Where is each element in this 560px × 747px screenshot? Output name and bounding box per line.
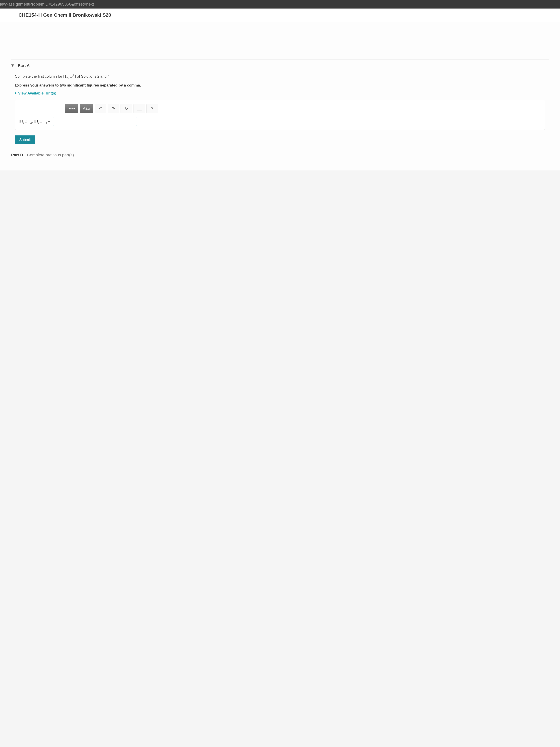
part-a-label: Part A bbox=[18, 63, 30, 68]
spacer bbox=[11, 22, 549, 59]
course-title: CHE154-H Gen Chem II Bronikowski S20 bbox=[0, 8, 560, 22]
submit-button[interactable]: Submit bbox=[15, 135, 35, 144]
answer-box: ■x√ ΑΣφ ↶ ↷ ↻ ? [H3O+]2, [H3O+]4 = bbox=[15, 100, 545, 130]
keyboard-icon bbox=[137, 107, 142, 110]
url-text: iew?assignmentProblemID=142965856&offset… bbox=[0, 2, 94, 6]
content-area: Part A Complete the first column for [H3… bbox=[0, 22, 560, 171]
answer-input[interactable] bbox=[53, 117, 137, 126]
greek-button[interactable]: ΑΣφ bbox=[80, 104, 93, 113]
keyboard-button[interactable] bbox=[134, 104, 145, 113]
templates-button[interactable]: ■x√ bbox=[65, 104, 78, 113]
templates-icon: √ bbox=[71, 106, 73, 111]
answer-label: [H3O+]2, [H3O+]4 = bbox=[19, 119, 50, 124]
help-button[interactable]: ? bbox=[146, 104, 158, 113]
part-b-text: Complete previous part(s) bbox=[27, 153, 74, 157]
address-bar: iew?assignmentProblemID=142965856&offset… bbox=[0, 0, 560, 8]
question-instruction: Express your answers to two significant … bbox=[11, 82, 549, 90]
question-suffix: of Solutions 2 and 4. bbox=[76, 74, 111, 78]
hints-label: View Available Hint(s) bbox=[18, 91, 56, 96]
answer-row: [H3O+]2, [H3O+]4 = bbox=[19, 117, 541, 126]
collapse-icon bbox=[11, 65, 14, 67]
part-b-label: Part B bbox=[11, 153, 23, 157]
expand-icon bbox=[15, 92, 17, 95]
view-hints-link[interactable]: View Available Hint(s) bbox=[11, 90, 549, 100]
reset-button[interactable]: ↻ bbox=[121, 104, 132, 113]
redo-button[interactable]: ↷ bbox=[108, 104, 119, 113]
undo-button[interactable]: ↶ bbox=[95, 104, 106, 113]
question-prefix: Complete the first column for bbox=[15, 74, 63, 78]
part-b-row: Part B Complete previous part(s) bbox=[11, 150, 549, 160]
part-a-header[interactable]: Part A bbox=[11, 59, 549, 71]
equation-toolbar: ■x√ ΑΣφ ↶ ↷ ↻ ? bbox=[65, 104, 541, 113]
question-text: Complete the first column for [H3O+] of … bbox=[11, 71, 549, 82]
